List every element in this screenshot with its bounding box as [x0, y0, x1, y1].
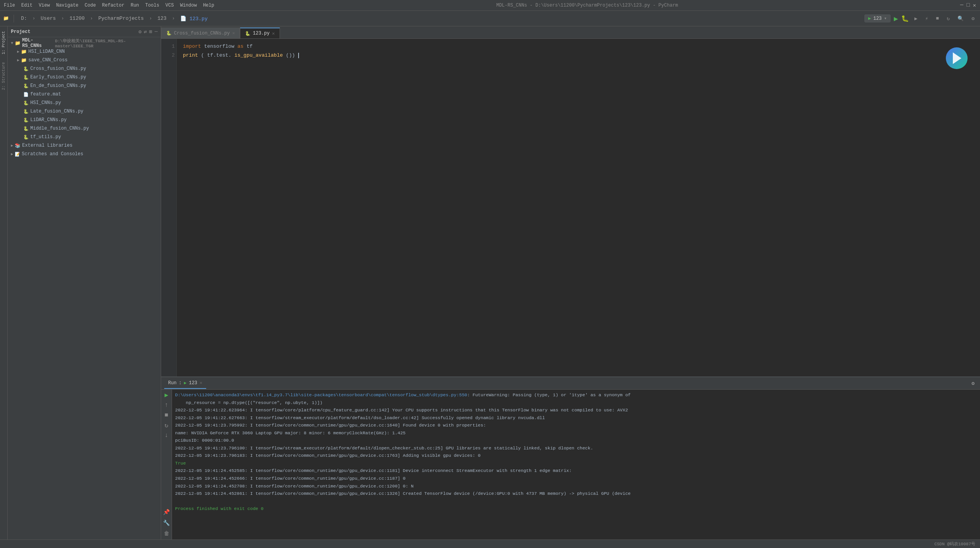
debug-button[interactable]: 🐛 — [901, 15, 909, 23]
toolbar-separator-1 — [14, 15, 14, 23]
run-tab-close[interactable]: ✕ — [200, 380, 202, 386]
menu-navigate[interactable]: Navigate — [56, 3, 78, 8]
minimize-button[interactable]: ─ — [960, 2, 963, 9]
panel-controls[interactable]: ⚙ ⇄ ⊞ ─ — [139, 29, 158, 35]
menu-refactor[interactable]: Refactor — [102, 3, 125, 8]
side-tab-structure[interactable]: 2: Structure — [1, 59, 7, 93]
run-tab-123[interactable]: Run : ▶ 123 ✕ — [164, 378, 206, 389]
tab-cross-fusion[interactable]: 🐍 Cross_fusion_CNNs.py ✕ — [161, 28, 240, 38]
tree-item-late[interactable]: 🐍 Late_fusion_CNNs.py — [8, 107, 161, 116]
label-tfutils: tf_utils.py — [30, 134, 61, 140]
run-panel-controls: ⚙ — [969, 380, 977, 387]
tree-item-middle[interactable]: 🐍 Middle_fusion_CNNs.py — [8, 124, 161, 133]
stop-button[interactable]: ■ — [934, 15, 942, 22]
menu-file[interactable]: File — [4, 3, 15, 8]
run-settings-icon[interactable]: ⚙ — [969, 380, 977, 387]
tab-label-123: 123.py — [253, 31, 269, 36]
tree-item-cross[interactable]: 🐍 Cross_fusion_CNNs.py — [8, 64, 161, 73]
menu-vcs[interactable]: VCS — [165, 3, 174, 8]
panel-sync-icon[interactable]: ⇄ — [144, 29, 147, 35]
breadcrumb-pycharmprojects[interactable]: PycharmProjects — [96, 15, 146, 22]
breadcrumb-123[interactable]: 123 — [155, 15, 169, 22]
window-controls[interactable]: ─ □ ✕ — [960, 2, 976, 9]
close-button[interactable]: ✕ — [973, 2, 976, 9]
tree-root[interactable]: ▼ 📁 MDL-RS_CNNs D:\华设相关\IEEE_TGRS_MDL-RS… — [8, 39, 161, 47]
tree-item-hsi-cnns[interactable]: 🐍 HSI_CNNs.py — [8, 99, 161, 107]
paren-open: ( — [201, 52, 204, 58]
run-config-icon-small: ▶ — [184, 380, 187, 385]
run-play-button[interactable]: ▶ — [163, 391, 170, 399]
run-rerun-button[interactable]: ↻ — [163, 421, 170, 429]
menu-bar[interactable]: File Edit View Navigate Code Refactor Ru… — [4, 3, 214, 8]
panel-gear-icon[interactable]: ⚙ — [139, 29, 142, 35]
code-editor[interactable]: 1 2 import tensorflow as tf print ( — [161, 39, 980, 376]
rerun-button[interactable]: ↻ — [944, 15, 952, 23]
tree-item-early[interactable]: 🐍 Early_fusion_CNNs.py — [8, 73, 161, 82]
output-line-0: D:\Users\11200\anaconda3\envs\tf1.14_py3… — [175, 391, 977, 399]
toolbar-right: ▶ 123 ▾ ▶ 🐛 ▶ ⚡ ■ ↻ 🔍 ⚙ — [864, 14, 977, 23]
run-filter-button[interactable]: 🔧 — [162, 519, 171, 527]
side-tab-project[interactable]: 1: Project — [1, 28, 7, 57]
menu-help[interactable]: Help — [203, 3, 214, 8]
settings-button[interactable]: ⚙ — [969, 15, 977, 23]
title-bar-left: File Edit View Navigate Code Refactor Ru… — [4, 3, 214, 8]
fn-print: print — [183, 52, 198, 58]
fn-is-gpu: is_gpu_available — [235, 52, 283, 58]
output-line-6: pciBusID: 0000:01:00.0 — [175, 437, 977, 444]
search-button[interactable]: 🔍 — [955, 15, 966, 23]
code-content[interactable]: import tensorflow as tf print ( tf.test.… — [177, 39, 980, 376]
output-line-12: 2022-12-05 19:41:24.452708: I tensorflow… — [175, 482, 977, 490]
menu-tools[interactable]: Tools — [145, 3, 159, 8]
menu-view[interactable]: View — [39, 3, 50, 8]
toolbar: 📁 D: › Users › 11200 › PycharmProjects ›… — [0, 11, 980, 26]
coverage-button[interactable]: ▶ — [912, 15, 920, 23]
project-panel: Project ⚙ ⇄ ⊞ ─ ▼ 📁 MDL-RS_CNNs D:\华设相关\… — [8, 26, 161, 539]
tree-item-ext-libs[interactable]: ▶ 📚 External Libraries — [8, 141, 161, 150]
maximize-button[interactable]: □ — [966, 2, 970, 9]
tab-close-123[interactable]: ✕ — [272, 31, 275, 36]
run-pin-button[interactable]: 📌 — [162, 508, 171, 516]
menu-run[interactable]: Run — [130, 3, 139, 8]
tab-label-cross: Cross_fusion_CNNs.py — [174, 31, 230, 36]
py-icon-cross: 🐍 — [23, 66, 29, 71]
label-early: Early_fusion_CNNs.py — [30, 75, 86, 80]
line-num-2: 2 — [163, 51, 175, 60]
tree-item-feature[interactable]: 📄 feature.mat — [8, 90, 161, 99]
breadcrumb-users[interactable]: Users — [38, 15, 58, 22]
editor-container: 1 2 import tensorflow as tf print ( — [161, 39, 980, 376]
tree-item-scratches[interactable]: ▶ 📝 Scratches and Consoles — [8, 150, 161, 158]
chevron-right-icon-2: › — [61, 16, 64, 21]
status-text: CSDN @码农10087号 — [934, 541, 975, 547]
output-line-10: 2022-12-05 19:41:24.452585: I tensorflow… — [175, 467, 977, 475]
run-config[interactable]: ▶ 123 ▾ — [864, 14, 891, 23]
tab-123-py[interactable]: 🐍 123.py ✕ — [240, 28, 280, 38]
menu-code[interactable]: Code — [85, 3, 96, 8]
tree-item-save[interactable]: ▶ 📁 save_CNN_Cross — [8, 56, 161, 64]
project-panel-scrollbar[interactable] — [8, 536, 161, 539]
run-config-dropdown[interactable]: ▾ — [884, 16, 887, 21]
panel-collapse-icon[interactable]: ─ — [155, 29, 158, 35]
status-bar: CSDN @码农10087号 — [0, 539, 980, 548]
tab-close-cross[interactable]: ✕ — [232, 30, 235, 36]
run-stop-button[interactable]: ■ — [163, 411, 170, 419]
output-line-7: 2022-12-05 19:41:23.796100: I tensorflow… — [175, 444, 977, 452]
panel-header: Project ⚙ ⇄ ⊞ ─ — [8, 26, 161, 37]
breadcrumb-file[interactable]: 📄 123.py — [178, 15, 210, 23]
py-icon-middle: 🐍 — [23, 126, 29, 131]
tree-item-tfutils[interactable]: 🐍 tf_utils.py — [8, 133, 161, 141]
run-scroll-down-button[interactable]: ↓ — [163, 432, 170, 439]
tree-item-hsi-lidar[interactable]: ▶ 📁 HSI_LiDAR_CNN — [8, 47, 161, 56]
tree-item-lidar[interactable]: 🐍 LiDAR_CNNs.py — [8, 116, 161, 124]
menu-window[interactable]: Window — [180, 3, 197, 8]
run-button[interactable]: ▶ — [894, 14, 898, 23]
tree-item-ende[interactable]: 🐍 En_de_fusion_CNNs.py — [8, 82, 161, 90]
output-path-link[interactable]: D:\Users\11200\anaconda3\envs\tf1.14_py3… — [175, 392, 467, 397]
expand-arrow: ▼ — [11, 41, 13, 45]
output-line-8: 2022-12-05 19:41:23.796183: I tensorflow… — [175, 452, 977, 460]
profile-button[interactable]: ⚡ — [923, 15, 931, 23]
run-scroll-up-button[interactable]: ↑ — [163, 401, 170, 409]
run-trash-button[interactable]: 🗑 — [162, 529, 171, 538]
menu-edit[interactable]: Edit — [21, 3, 33, 8]
breadcrumb-11200[interactable]: 11200 — [67, 15, 87, 22]
panel-expand-icon[interactable]: ⊞ — [149, 29, 152, 35]
